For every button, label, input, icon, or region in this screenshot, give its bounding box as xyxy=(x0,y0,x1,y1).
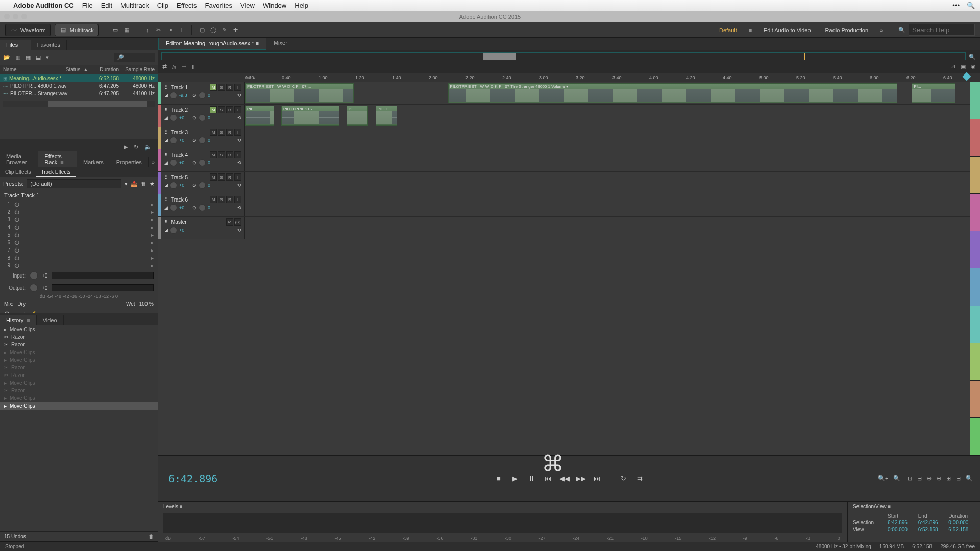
close-file-icon[interactable]: ▾ xyxy=(46,54,49,61)
track-lane[interactable]: PILOTPRIEST - W-W-D-K-F - 07 ...PILOTPRI… xyxy=(245,82,970,104)
history-item[interactable]: ✂Razor xyxy=(0,371,158,379)
tab-media-browser[interactable]: Media Browser xyxy=(0,151,38,167)
panel-menu-icon[interactable]: ≡ xyxy=(180,504,183,509)
track-grip-icon[interactable]: ⠿ xyxy=(164,152,168,158)
history-item[interactable]: ▸Move Clips xyxy=(0,394,158,402)
subtab-track-effects[interactable]: Track Effects xyxy=(36,167,76,177)
multitrack-button[interactable]: ▤Multitrack xyxy=(55,24,99,36)
history-item[interactable]: ▸Move Clips xyxy=(0,356,158,364)
mute-button[interactable]: M xyxy=(210,129,217,136)
timecode-display[interactable]: 6:42.896 xyxy=(158,472,316,485)
volume-knob[interactable] xyxy=(170,114,177,121)
track-color-segment[interactable] xyxy=(970,306,980,343)
skip-selection-button[interactable]: ⇉ xyxy=(635,474,644,482)
zoom-out-sel-icon[interactable]: ⊟ xyxy=(956,475,961,482)
go-start-button[interactable]: ⏮ xyxy=(543,474,552,482)
arm-record-button[interactable]: R xyxy=(226,196,233,203)
history-item[interactable]: ▸Move Clips xyxy=(0,402,158,410)
slot-menu-icon[interactable]: ▸ xyxy=(151,202,154,207)
volume-value[interactable]: -9.3 xyxy=(179,93,190,98)
marquee-tool-icon[interactable]: ▢ xyxy=(198,26,206,34)
tab-files[interactable]: Files≡ xyxy=(0,40,31,50)
monitor-button[interactable]: I xyxy=(234,173,241,181)
time-select-tool-icon[interactable]: I xyxy=(177,26,185,34)
workspace-menu-icon[interactable]: ≡ xyxy=(746,26,754,34)
volume-knob[interactable] xyxy=(170,204,177,211)
track-lane[interactable] xyxy=(245,149,970,171)
preset-prev-icon[interactable]: ▾ xyxy=(125,181,128,187)
audio-clip[interactable]: PIL... xyxy=(245,106,274,126)
tab-history[interactable]: History≡ xyxy=(0,315,37,325)
menu-help[interactable]: Help xyxy=(295,2,308,9)
spectral-toggle-icon[interactable]: ▦ xyxy=(122,26,131,34)
effect-slot[interactable]: 2⏻▸ xyxy=(0,208,158,216)
new-file-icon[interactable]: ▦ xyxy=(26,54,31,61)
col-status[interactable]: Status xyxy=(63,67,83,72)
ripple-icon[interactable]: ▣ xyxy=(961,63,966,70)
track-header[interactable]: ⠿ Track 4 M SRI ◢ +0 ⊙0 ⟲ xyxy=(161,149,245,171)
zoom-in-sel-icon[interactable]: ⊞ xyxy=(946,475,951,482)
import-icon[interactable]: ▥ xyxy=(15,54,20,61)
track-color-segment[interactable] xyxy=(970,157,980,194)
solo-button[interactable]: S xyxy=(218,173,225,181)
input-gain-value[interactable]: +0 xyxy=(42,273,47,279)
metronome-icon[interactable]: ◉ xyxy=(971,63,976,70)
arm-record-button[interactable]: R xyxy=(226,129,233,136)
track-output-icon[interactable]: ⟲ xyxy=(237,228,241,233)
file-row[interactable]: ⁓PILOTPR... Stranger.wav6:47.20544100 Hz xyxy=(0,90,158,97)
mute-button[interactable]: M xyxy=(210,173,217,181)
preview-play-icon[interactable]: ▶ xyxy=(124,144,128,151)
solo-button[interactable]: S xyxy=(218,106,225,113)
slot-menu-icon[interactable]: ▸ xyxy=(151,232,154,238)
play-button[interactable]: ▶ xyxy=(510,474,520,482)
volume-knob[interactable] xyxy=(170,159,177,166)
track-output-icon[interactable]: ⟲ xyxy=(237,115,241,120)
zoom-full-icon[interactable]: ⊡ xyxy=(908,475,912,482)
file-row[interactable]: ⊞Meaning...Audio.sesx *6:52.15848000 Hz xyxy=(0,74,158,82)
mute-button[interactable]: M xyxy=(210,151,217,158)
track-name[interactable]: Master xyxy=(171,219,223,225)
workspace-radio[interactable]: Radio Production xyxy=(820,25,873,35)
sel-dur[interactable]: 0:00.000 xyxy=(948,520,975,525)
waveform-button[interactable]: ⁓Waveform xyxy=(5,24,51,36)
slot-menu-icon[interactable]: ▸ xyxy=(151,217,154,222)
track-lane[interactable] xyxy=(245,127,970,149)
volume-knob[interactable] xyxy=(170,182,177,189)
panel-menu-icon[interactable]: ≡ xyxy=(256,40,259,46)
slot-menu-icon[interactable]: ▸ xyxy=(151,255,154,261)
panel-menu-icon[interactable]: ≡ xyxy=(888,504,891,509)
menu-favorites[interactable]: Favorites xyxy=(205,2,232,9)
menu-clip[interactable]: Clip xyxy=(157,2,168,9)
track-lane[interactable] xyxy=(245,194,970,216)
panel-overflow-icon[interactable]: » xyxy=(149,157,158,167)
arm-record-button[interactable]: R xyxy=(226,151,233,158)
pan-value[interactable]: 0 xyxy=(208,205,219,210)
monitor-button[interactable]: I xyxy=(234,196,241,203)
rewind-button[interactable]: ◀◀ xyxy=(559,474,569,482)
mute-button[interactable]: M xyxy=(226,218,233,226)
zoom-in-v-icon[interactable]: ⊕ xyxy=(927,475,932,482)
panel-menu-icon[interactable]: ≡ xyxy=(60,159,63,165)
zoom-follow-icon[interactable]: 🔍 xyxy=(966,475,973,482)
hud-toggle-icon[interactable]: ▭ xyxy=(111,26,119,34)
view-end[interactable]: 6:52.158 xyxy=(918,527,945,532)
arm-record-button[interactable]: R xyxy=(226,173,233,181)
presets-select[interactable]: (Default) xyxy=(27,179,121,188)
slot-power-icon[interactable]: ⏻ xyxy=(14,209,20,215)
track-name[interactable]: Track 6 xyxy=(171,197,207,203)
brush-tool-icon[interactable]: ✎ xyxy=(220,26,229,34)
volume-knob[interactable] xyxy=(170,92,177,99)
solo-button[interactable]: S xyxy=(218,84,225,91)
history-item[interactable]: ✂Razor xyxy=(0,364,158,371)
arm-record-button[interactable]: R xyxy=(226,84,233,91)
track-color-segment[interactable] xyxy=(970,418,980,455)
mix-wet-value[interactable]: 100 % xyxy=(139,301,154,307)
view-start[interactable]: 0:00.000 xyxy=(888,527,914,532)
editor-tab[interactable]: Editor: Meaning_roughAudio.sesx * ≡ xyxy=(158,38,266,50)
track-name[interactable]: Track 3 xyxy=(171,130,207,135)
sends-icon[interactable]: ⊣ xyxy=(182,63,187,70)
loop-button[interactable]: ↻ xyxy=(619,474,628,482)
mute-button[interactable]: M xyxy=(210,196,217,203)
audio-clip[interactable]: PILOTPRIEST - W-W-D-K-F - 07 ... xyxy=(245,83,354,103)
view-dur[interactable]: 6:52.158 xyxy=(948,527,975,532)
